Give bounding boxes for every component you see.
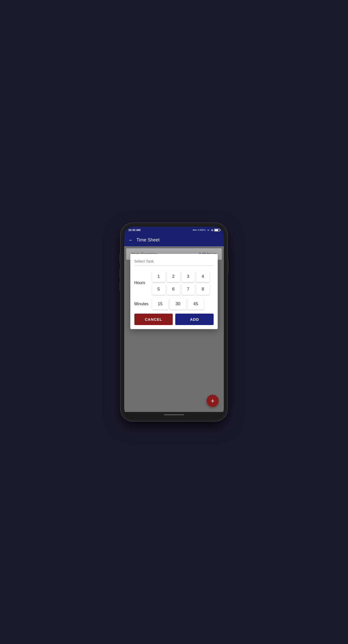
signal-dots: ●●● xyxy=(193,229,197,231)
phone-device: 10:43 AM ●●● 0.93K/s ⊠ ← T xyxy=(121,223,227,421)
dialog-overlay: Hours 1 2 3 4 5 6 7 8 xyxy=(124,246,224,412)
wifi-icon xyxy=(207,228,210,232)
cancel-button[interactable]: CANCEL xyxy=(134,314,173,325)
main-content: Yoga Excercise 2:30 hours Hours 1 2 xyxy=(124,246,224,412)
hour-btn-3[interactable]: 3 xyxy=(182,271,195,282)
home-bar xyxy=(124,412,224,418)
hour-btn-2[interactable]: 2 xyxy=(167,271,180,282)
home-bar-line xyxy=(164,414,184,415)
hour-btn-8[interactable]: 8 xyxy=(196,284,210,295)
minute-btn-45[interactable]: 45 xyxy=(188,298,204,310)
hour-btn-1[interactable]: 1 xyxy=(152,271,165,282)
select-task-container[interactable] xyxy=(134,259,214,266)
back-button[interactable]: ← xyxy=(128,237,133,243)
fab-plus-icon: + xyxy=(211,397,214,405)
hours-section: Hours 1 2 3 4 5 6 7 8 xyxy=(134,271,214,295)
dialog: Hours 1 2 3 4 5 6 7 8 xyxy=(130,254,218,329)
battery-icon xyxy=(214,229,220,232)
hours-buttons-grid: 1 2 3 4 5 6 7 8 xyxy=(152,271,214,295)
phone-screen: 10:43 AM ●●● 0.93K/s ⊠ ← T xyxy=(124,226,224,418)
hour-btn-4[interactable]: 4 xyxy=(196,271,210,282)
status-icons: ●●● 0.93K/s ⊠ xyxy=(193,228,220,232)
minutes-label: Minutes xyxy=(134,302,152,306)
hour-btn-5[interactable]: 5 xyxy=(152,284,165,295)
action-buttons: CANCEL ADD xyxy=(134,314,214,325)
app-bar: ← Time Sheet xyxy=(124,234,224,246)
hours-label: Hours xyxy=(134,281,152,285)
hour-btn-6[interactable]: 6 xyxy=(167,284,180,295)
app-title: Time Sheet xyxy=(136,237,160,243)
hour-btn-7[interactable]: 7 xyxy=(182,284,195,295)
select-task-input[interactable] xyxy=(134,259,214,263)
add-button[interactable]: ADD xyxy=(175,314,214,325)
screen-record-icon: ⊠ xyxy=(211,229,213,232)
minutes-section: Minutes 15 30 45 xyxy=(134,298,214,310)
minutes-buttons-grid: 15 30 45 xyxy=(152,298,214,310)
network-speed: 0.93K/s xyxy=(198,229,205,231)
minute-btn-30[interactable]: 30 xyxy=(170,298,186,310)
add-time-fab[interactable]: + xyxy=(207,395,219,407)
status-time: 10:43 AM xyxy=(128,228,140,232)
minute-btn-15[interactable]: 15 xyxy=(152,298,168,310)
status-bar: 10:43 AM ●●● 0.93K/s ⊠ xyxy=(124,226,224,234)
